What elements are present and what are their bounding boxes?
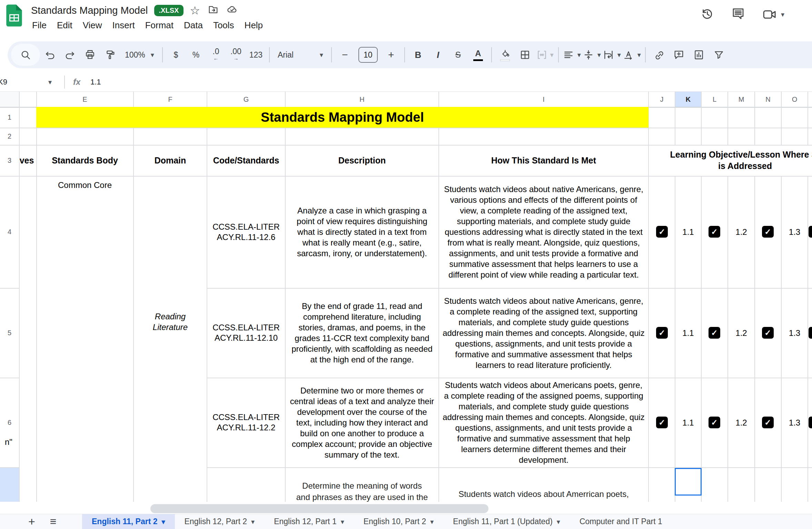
- cell-objective-value[interactable]: 1.1: [675, 176, 701, 288]
- comments-icon[interactable]: [731, 7, 745, 22]
- column-header-O[interactable]: O: [781, 92, 808, 107]
- bold-button[interactable]: B: [408, 45, 428, 65]
- cell-code[interactable]: CCSS.ELA-LITERACY.RL.11-12.10: [207, 288, 285, 378]
- cell-description-partial[interactable]: Determine the meaning of words and phras…: [285, 480, 439, 502]
- increase-decimal-button[interactable]: .00→: [226, 45, 246, 65]
- decrease-decimal-button[interactable]: .0←: [206, 45, 226, 65]
- checkbox-checked-icon[interactable]: [656, 327, 668, 339]
- checkbox-checked-icon[interactable]: [809, 327, 812, 339]
- cell-how-met[interactable]: Students watch videos about Americans po…: [439, 378, 648, 467]
- column-header-F[interactable]: F: [133, 92, 207, 107]
- insert-comment-button[interactable]: [669, 45, 689, 65]
- checkbox-checked-icon[interactable]: [809, 417, 812, 428]
- header-description[interactable]: Description: [285, 145, 439, 176]
- font-family-control[interactable]: Arial: [273, 50, 328, 60]
- cell-objective-value[interactable]: 1.3: [781, 378, 808, 467]
- cell-how-met[interactable]: Students watch videos about native Ameri…: [439, 288, 648, 378]
- insert-chart-button[interactable]: [689, 45, 709, 65]
- column-header-E[interactable]: E: [36, 92, 133, 107]
- menu-file[interactable]: File: [27, 20, 52, 31]
- redo-button[interactable]: [60, 45, 80, 65]
- cell-standards-body[interactable]: Common Core: [36, 178, 133, 192]
- undo-button[interactable]: [40, 45, 60, 65]
- version-history-icon[interactable]: [700, 7, 714, 22]
- star-icon[interactable]: [190, 4, 200, 17]
- sheet-tab[interactable]: Computer and IT Part 1: [570, 514, 672, 529]
- strikethrough-button[interactable]: S: [448, 45, 468, 65]
- horizontal-align-button[interactable]: [562, 45, 582, 65]
- checkbox-checked-icon[interactable]: [709, 226, 720, 238]
- column-header-I[interactable]: I: [439, 92, 648, 107]
- cell-objective-value[interactable]: 1.2: [728, 288, 755, 378]
- sheet-tab[interactable]: English 12, Part 1: [264, 514, 354, 529]
- menu-format[interactable]: Format: [140, 20, 179, 31]
- header-standards-body[interactable]: Standards Body: [36, 145, 133, 176]
- text-wrap-button[interactable]: [602, 45, 622, 65]
- cell-name-box[interactable]: K9: [0, 72, 7, 92]
- meet-dropdown-icon[interactable]: [781, 10, 784, 19]
- checkbox-checked-icon[interactable]: [709, 417, 720, 428]
- align-dropdown-icon[interactable]: [577, 51, 581, 59]
- merge-cells-button[interactable]: [535, 45, 555, 65]
- format-percent-button[interactable]: %: [186, 45, 206, 65]
- column-header-M[interactable]: M: [728, 92, 755, 107]
- menu-data[interactable]: Data: [179, 20, 208, 31]
- cell-domain[interactable]: Reading Literature: [133, 176, 207, 467]
- header-domain[interactable]: Domain: [133, 145, 207, 176]
- insert-link-button[interactable]: [649, 45, 669, 65]
- cell-description[interactable]: By the end of grade 11, read and compreh…: [285, 288, 439, 378]
- header-learning-objective[interactable]: Learning Objective/Lesson Where St is Ad…: [648, 145, 812, 176]
- column-header-H[interactable]: H: [285, 92, 439, 107]
- selected-cell-outline[interactable]: [675, 468, 702, 496]
- move-folder-icon[interactable]: [208, 4, 219, 17]
- cell-left-fragment[interactable]: n": [5, 435, 29, 449]
- cell-objective-value[interactable]: 1.2: [728, 176, 755, 288]
- column-header-G[interactable]: G: [207, 92, 285, 107]
- cell-code[interactable]: CCSS.ELA-LITERACY.RL.11-12.2: [207, 378, 285, 467]
- search-button[interactable]: [11, 44, 40, 66]
- cell-how-met-partial[interactable]: Students watch videos about Amerrican po…: [439, 488, 648, 502]
- document-title[interactable]: Standards Mapping Model: [31, 5, 148, 16]
- text-rotation-dropdown-icon[interactable]: [637, 51, 641, 59]
- column-header-J[interactable]: J: [648, 92, 675, 107]
- sheet-tab[interactable]: English 10, Part 2: [354, 514, 444, 529]
- cell-objective-value[interactable]: 1.2: [728, 378, 755, 467]
- borders-button[interactable]: [515, 45, 535, 65]
- zoom-dropdown-icon[interactable]: [151, 51, 154, 59]
- row-header-2[interactable]: 2: [0, 128, 19, 145]
- header-how-met[interactable]: How This Standard Is Met: [439, 145, 648, 176]
- zoom-control[interactable]: 100%: [120, 50, 159, 60]
- cell-objective-value[interactable]: 1.1: [675, 378, 701, 467]
- cell-objective-value[interactable]: 1.3: [781, 176, 808, 288]
- row-header-6[interactable]: 6: [0, 378, 19, 467]
- sheet-tab-dropdown-icon[interactable]: [251, 517, 255, 526]
- checkbox-checked-icon[interactable]: [709, 327, 720, 339]
- increase-font-size-button[interactable]: [381, 45, 401, 65]
- cell-objective-value[interactable]: 1.1: [675, 288, 701, 378]
- name-box-dropdown-icon[interactable]: [48, 78, 52, 86]
- column-header-L[interactable]: L: [701, 92, 728, 107]
- sheet-tab-dropdown-icon[interactable]: [161, 517, 165, 526]
- italic-button[interactable]: I: [428, 45, 448, 65]
- spreadsheet-grid[interactable]: K E F G H I J L M N O 1 2 3 4 5 6: [0, 92, 812, 502]
- row-header-5[interactable]: 5: [0, 288, 19, 378]
- row-header-4[interactable]: 4: [0, 176, 19, 288]
- row-header-1[interactable]: 1: [0, 107, 19, 128]
- selected-row-header-highlight[interactable]: [0, 468, 19, 502]
- paint-format-button[interactable]: [100, 45, 120, 65]
- checkbox-checked-icon[interactable]: [656, 226, 668, 238]
- sheet-tab-active[interactable]: English 11, Part 2: [82, 514, 175, 529]
- cell-code[interactable]: CCSS.ELA-LITERACY.RL.11-12.6: [207, 176, 285, 288]
- sheet-title-banner[interactable]: Standards Mapping Model: [36, 107, 648, 128]
- font-dropdown-icon[interactable]: [320, 51, 323, 59]
- menu-edit[interactable]: Edit: [52, 20, 78, 31]
- header-code-standards[interactable]: Code/Standards: [207, 145, 285, 176]
- formula-input[interactable]: 1.1: [90, 72, 101, 92]
- all-sheets-menu-button[interactable]: [46, 514, 61, 529]
- add-sheet-button[interactable]: [24, 514, 39, 529]
- meet-button[interactable]: [762, 7, 784, 22]
- cell-description[interactable]: Determine two or more themes or central …: [285, 378, 439, 467]
- column-header-N[interactable]: N: [755, 92, 781, 107]
- column-header-K-selected[interactable]: K: [675, 92, 701, 107]
- checkbox-checked-icon[interactable]: [809, 226, 812, 238]
